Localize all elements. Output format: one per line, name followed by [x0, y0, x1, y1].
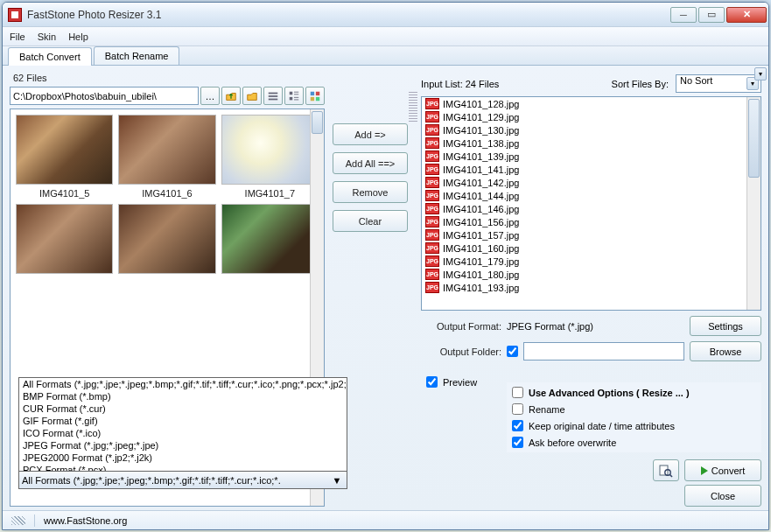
format-option-list: All Formats (*.jpg;*.jpe;*.jpeg;*.bmp;*.…: [19, 378, 347, 471]
svg-rect-7: [294, 96, 298, 97]
browse-output-button[interactable]: Browse: [690, 341, 761, 361]
format-option[interactable]: ICO Format (*.ico): [19, 427, 347, 439]
output-folder-input[interactable]: [523, 342, 684, 360]
input-list-row[interactable]: JPGIMG4101_142.jpg: [422, 176, 760, 189]
thumbnail-item[interactable]: IMG4101_7: [221, 115, 319, 199]
jpg-file-icon: JPG: [425, 269, 439, 280]
thumbnail-image: [118, 204, 215, 274]
input-list-row[interactable]: JPGIMG4101_179.jpg: [422, 255, 760, 268]
jpg-file-icon: JPG: [425, 242, 439, 254]
close-button-label: Close: [711, 491, 735, 501]
add-button[interactable]: Add =>: [333, 123, 408, 145]
source-panel: 62 Files … IMG4101_5 IMG4101_6 IMG4101_7: [10, 71, 325, 507]
thumbnail-caption: IMG4101_5: [39, 188, 89, 199]
svg-rect-11: [311, 96, 314, 100]
input-list-row[interactable]: JPGIMG4101_129.jpg: [422, 110, 760, 123]
svg-rect-3: [290, 91, 293, 94]
output-format-select[interactable]: JPEG Format (*.jpg) ▾: [507, 321, 684, 332]
convert-button-label: Convert: [711, 466, 746, 476]
jpg-file-icon: JPG: [425, 216, 439, 228]
output-format-value: JPEG Format (*.jpg): [507, 321, 593, 332]
sort-select[interactable]: No Sort ▾: [676, 74, 761, 93]
thumbnail-item[interactable]: [16, 204, 113, 284]
view-list-button[interactable]: [263, 87, 283, 105]
output-folder-checkbox[interactable]: [507, 346, 518, 357]
input-list-row[interactable]: JPGIMG4101_146.jpg: [422, 202, 760, 215]
thumbnail-item[interactable]: IMG4101_5: [16, 115, 113, 199]
svg-rect-8: [294, 99, 298, 100]
add-all-button[interactable]: Add All ==>: [333, 152, 408, 174]
status-url[interactable]: www.FastStone.org: [44, 515, 127, 526]
input-list-filename: IMG4101_130.jpg: [443, 125, 519, 136]
thumbnail-image: [16, 115, 113, 185]
jpg-file-icon: JPG: [425, 229, 439, 241]
close-window-button[interactable]: ✕: [726, 7, 767, 23]
thumbnail-item[interactable]: [118, 204, 215, 284]
jpg-file-icon: JPG: [425, 124, 439, 136]
svg-rect-10: [316, 91, 319, 94]
input-file-list[interactable]: JPGIMG4101_128.jpgJPGIMG4101_129.jpgJPGI…: [421, 96, 761, 311]
preview-label: Preview: [443, 377, 477, 388]
format-option[interactable]: CUR Format (*.cur): [19, 402, 347, 415]
format-option[interactable]: GIF Format (*.gif): [19, 415, 347, 427]
input-list-row[interactable]: JPGIMG4101_180.jpg: [422, 268, 760, 281]
minimize-button[interactable]: ─: [670, 7, 697, 23]
thumbnail-item[interactable]: [221, 204, 319, 284]
source-format-combo[interactable]: All Formats (*.jpg;*.jpe;*.jpeg;*.bmp;*.…: [19, 471, 347, 488]
sort-value: No Sort: [680, 75, 712, 86]
window-title: FastStone Photo Resizer 3.1: [27, 9, 670, 21]
thumbnail-image: [221, 115, 319, 185]
input-list-row[interactable]: JPGIMG4101_156.jpg: [422, 215, 760, 228]
input-list-label: Input List: 24 Files: [421, 79, 499, 89]
refresh-button[interactable]: [242, 87, 262, 105]
menu-skin[interactable]: Skin: [38, 32, 56, 42]
convert-button[interactable]: Convert: [684, 459, 761, 481]
svg-rect-4: [294, 91, 298, 92]
jpg-file-icon: JPG: [425, 177, 439, 188]
preview-button[interactable]: [653, 459, 679, 481]
settings-button[interactable]: Settings: [690, 316, 761, 336]
advanced-options-checkbox[interactable]: [512, 387, 523, 398]
ask-overwrite-checkbox[interactable]: [512, 437, 523, 448]
jpg-file-icon: JPG: [425, 137, 439, 149]
menu-bar: File Skin Help: [3, 27, 768, 46]
keep-date-checkbox[interactable]: [512, 420, 523, 431]
preview-checkbox[interactable]: [426, 376, 438, 388]
tab-batch-rename[interactable]: Batch Rename: [94, 46, 180, 65]
view-details-button[interactable]: [284, 87, 304, 105]
input-list-row[interactable]: JPGIMG4101_139.jpg: [422, 150, 760, 163]
format-option[interactable]: JPEG2000 Format (*.jp2;*.j2k): [19, 452, 347, 464]
input-list-filename: IMG4101_179.jpg: [443, 256, 519, 267]
path-input[interactable]: [10, 87, 199, 105]
svg-line-15: [669, 474, 672, 477]
input-list-row[interactable]: JPGIMG4101_141.jpg: [422, 163, 760, 176]
maximize-button[interactable]: ▭: [698, 7, 725, 23]
input-list-row[interactable]: JPGIMG4101_160.jpg: [422, 242, 760, 255]
close-button[interactable]: Close: [684, 485, 761, 507]
format-option[interactable]: JPEG Format (*.jpg;*.jpeg;*.jpe): [19, 439, 347, 452]
view-thumbnails-button[interactable]: [305, 87, 325, 105]
tab-batch-convert[interactable]: Batch Convert: [8, 47, 92, 66]
input-list-row[interactable]: JPGIMG4101_138.jpg: [422, 136, 760, 150]
input-list-row[interactable]: JPGIMG4101_193.jpg: [422, 281, 760, 294]
input-list-row[interactable]: JPGIMG4101_144.jpg: [422, 189, 760, 202]
splitter-handle[interactable]: [409, 92, 417, 123]
rename-checkbox[interactable]: [512, 403, 523, 415]
input-list-filename: IMG4101_156.jpg: [443, 217, 519, 228]
input-list-row[interactable]: JPGIMG4101_128.jpg: [422, 97, 760, 110]
input-list-row[interactable]: JPGIMG4101_157.jpg: [422, 228, 760, 242]
format-option[interactable]: All Formats (*.jpg;*.jpe;*.jpeg;*.bmp;*.…: [19, 378, 347, 390]
rename-label: Rename: [529, 404, 565, 415]
menu-file[interactable]: File: [10, 32, 25, 42]
format-option[interactable]: BMP Format (*.bmp): [19, 390, 347, 402]
remove-button[interactable]: Remove: [333, 181, 408, 203]
menu-help[interactable]: Help: [68, 32, 88, 42]
input-list-filename: IMG4101_139.jpg: [443, 151, 519, 162]
browse-path-button[interactable]: …: [200, 87, 220, 105]
input-list-scrollbar[interactable]: [746, 97, 760, 310]
input-list-row[interactable]: JPGIMG4101_130.jpg: [422, 123, 760, 136]
clear-button[interactable]: Clear: [333, 210, 408, 232]
format-option[interactable]: PCX Format (*.pcx): [19, 464, 347, 471]
thumbnail-item[interactable]: IMG4101_6: [118, 115, 215, 199]
up-folder-button[interactable]: [221, 87, 241, 105]
